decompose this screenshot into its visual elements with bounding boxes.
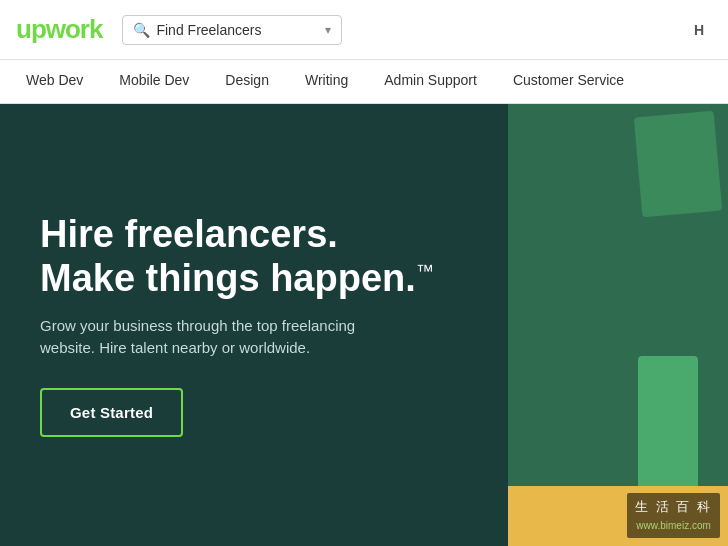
- logo-up: up: [16, 14, 46, 44]
- watermark-cn-text: 生 活 百 科: [635, 497, 712, 518]
- nav-item-mobiledev[interactable]: Mobile Dev: [101, 60, 207, 104]
- hero-illustration: [508, 104, 728, 546]
- hero-subtitle: Grow your business through the top freel…: [40, 315, 360, 360]
- hero-title-line1: Hire freelancers.: [40, 213, 434, 257]
- hero-section: Hire freelancers. Make things happen.™ G…: [0, 104, 728, 546]
- watermark: 生 活 百 科 www.bimeiz.com: [627, 493, 720, 538]
- logo-work: work: [46, 14, 103, 44]
- search-icon: 🔍: [133, 22, 150, 38]
- hero-title: Hire freelancers. Make things happen.™: [40, 213, 434, 300]
- hero-content: Hire freelancers. Make things happen.™ G…: [40, 213, 434, 436]
- illus-top: [508, 104, 728, 486]
- logo[interactable]: upwork: [16, 14, 102, 45]
- logo-text: upwork: [16, 14, 102, 45]
- nav-item-writing[interactable]: Writing: [287, 60, 366, 104]
- header-right-label: H: [694, 22, 712, 38]
- illus-shape1: [634, 111, 722, 218]
- illus-shape2: [638, 356, 698, 486]
- hero-title-line2: Make things happen.™: [40, 257, 434, 301]
- watermark-url: www.bimeiz.com: [635, 518, 712, 534]
- get-started-button[interactable]: Get Started: [40, 388, 183, 437]
- trademark: ™: [416, 261, 434, 281]
- search-bar[interactable]: 🔍 Find Freelancers ▾: [122, 15, 342, 45]
- nav-item-design[interactable]: Design: [207, 60, 287, 104]
- nav-item-customerservice[interactable]: Customer Service: [495, 60, 642, 104]
- nav-item-adminsupport[interactable]: Admin Support: [366, 60, 495, 104]
- nav-item-webdev[interactable]: Web Dev: [8, 60, 101, 104]
- header: upwork 🔍 Find Freelancers ▾ H: [0, 0, 728, 60]
- chevron-down-icon: ▾: [325, 23, 331, 37]
- search-input[interactable]: Find Freelancers: [156, 22, 321, 38]
- nav-bar: Web Dev Mobile Dev Design Writing Admin …: [0, 60, 728, 104]
